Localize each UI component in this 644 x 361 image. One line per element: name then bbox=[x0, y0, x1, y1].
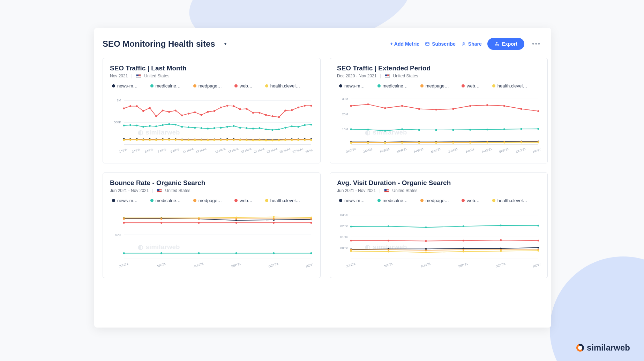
legend-item[interactable]: medpage… bbox=[420, 83, 449, 89]
legend-item[interactable]: medicalne… bbox=[377, 83, 408, 89]
svg-point-153 bbox=[181, 139, 183, 141]
svg-text:17 NOV.: 17 NOV. bbox=[227, 147, 239, 154]
legend-item[interactable]: news-m… bbox=[339, 83, 365, 89]
legend-item[interactable]: medicalne… bbox=[150, 198, 181, 203]
subscribe-label: Subscribe bbox=[432, 41, 456, 47]
add-metric-button[interactable]: + Add Metric bbox=[390, 41, 419, 47]
legend-item[interactable]: medpage… bbox=[420, 198, 449, 203]
svg-point-287 bbox=[310, 222, 312, 224]
legend-item[interactable]: medpage… bbox=[193, 83, 222, 89]
svg-point-318 bbox=[425, 240, 427, 242]
svg-text:13 NOV.: 13 NOV. bbox=[195, 147, 207, 154]
svg-text:JAN'21: JAN'21 bbox=[363, 147, 373, 154]
legend-label: web… bbox=[467, 83, 480, 89]
more-menu-icon[interactable]: ••• bbox=[530, 40, 543, 48]
svg-point-146 bbox=[136, 139, 138, 141]
svg-point-68 bbox=[214, 127, 215, 129]
svg-point-31 bbox=[168, 111, 170, 113]
svg-point-336 bbox=[425, 252, 427, 253]
svg-point-73 bbox=[246, 127, 247, 129]
legend-label: medpage… bbox=[426, 198, 449, 203]
legend-dot-icon bbox=[150, 84, 153, 87]
svg-text:9 NOV.: 9 NOV. bbox=[170, 147, 180, 154]
svg-point-327 bbox=[537, 247, 539, 248]
svg-point-282 bbox=[123, 222, 125, 224]
legend-item[interactable]: news-m… bbox=[339, 198, 365, 203]
charts-grid: SEO Traffic | Last Month Nov 2021 | Unit… bbox=[103, 58, 543, 278]
svg-point-71 bbox=[233, 125, 234, 127]
legend-item[interactable]: health.clevel… bbox=[492, 83, 527, 89]
svg-point-243 bbox=[367, 142, 369, 144]
dashboard-dropdown-icon[interactable]: ▾ bbox=[221, 39, 230, 48]
legend-item[interactable]: medicalne… bbox=[150, 83, 181, 89]
share-button[interactable]: Share bbox=[461, 41, 482, 47]
legend-item[interactable]: web… bbox=[234, 83, 253, 89]
svg-point-163 bbox=[246, 139, 247, 141]
legend-dot-icon bbox=[377, 199, 381, 202]
card-title: Bounce Rate - Organic Search bbox=[110, 179, 313, 187]
card-region: United States bbox=[392, 188, 418, 193]
legend-item[interactable]: medicalne… bbox=[377, 198, 408, 203]
legend-dot-icon bbox=[234, 84, 238, 87]
svg-point-69 bbox=[220, 127, 222, 129]
svg-point-196 bbox=[384, 107, 386, 109]
svg-point-59 bbox=[155, 125, 157, 127]
card-region: United States bbox=[144, 74, 170, 78]
card-chart: 00:5001:4002:3003:20◐ similarwebJUN'21JU… bbox=[337, 205, 540, 271]
legend-item[interactable]: web… bbox=[234, 198, 253, 203]
card-period: Dec 2020 - Nov 2021 bbox=[337, 74, 376, 78]
svg-point-162 bbox=[239, 139, 241, 141]
svg-point-160 bbox=[226, 139, 228, 141]
svg-point-43 bbox=[246, 108, 247, 110]
legend-item[interactable]: web… bbox=[462, 198, 480, 203]
svg-text:◐ similarweb: ◐ similarweb bbox=[138, 129, 180, 136]
svg-point-338 bbox=[500, 250, 502, 252]
legend-item[interactable]: health.clevel… bbox=[265, 198, 300, 203]
flag-us-icon bbox=[136, 74, 141, 78]
svg-point-244 bbox=[384, 142, 386, 144]
legend-dot-icon bbox=[339, 84, 342, 87]
svg-point-242 bbox=[350, 142, 352, 144]
svg-text:NOV'21: NOV'21 bbox=[532, 147, 540, 154]
export-button[interactable]: Export bbox=[487, 38, 524, 50]
legend-label: medpage… bbox=[199, 198, 222, 203]
svg-point-280 bbox=[273, 218, 275, 220]
legend-label: news-m… bbox=[344, 83, 365, 89]
svg-point-199 bbox=[435, 109, 437, 110]
svg-point-168 bbox=[278, 139, 280, 141]
svg-point-334 bbox=[350, 250, 352, 252]
legend-item[interactable]: health.clevel… bbox=[265, 83, 300, 89]
svg-point-208 bbox=[384, 130, 386, 132]
svg-point-161 bbox=[233, 139, 234, 141]
legend-label: web… bbox=[240, 198, 253, 203]
subscribe-button[interactable]: Subscribe bbox=[425, 41, 456, 47]
svg-point-313 bbox=[463, 225, 464, 227]
legend-label: medpage… bbox=[199, 83, 222, 89]
svg-point-63 bbox=[181, 126, 183, 128]
flag-us-icon bbox=[385, 74, 390, 78]
legend-item[interactable]: news-m… bbox=[112, 83, 138, 89]
svg-text:23 NOV.: 23 NOV. bbox=[266, 147, 278, 154]
legend-item[interactable]: health.clevel… bbox=[492, 198, 527, 203]
legend-dot-icon bbox=[193, 84, 196, 87]
svg-point-277 bbox=[160, 218, 162, 220]
legend-item[interactable]: web… bbox=[462, 83, 480, 89]
svg-text:MAY'21: MAY'21 bbox=[430, 147, 441, 154]
svg-point-79 bbox=[284, 127, 286, 129]
svg-point-253 bbox=[537, 141, 539, 143]
svg-point-209 bbox=[401, 128, 403, 130]
svg-point-217 bbox=[537, 128, 539, 130]
svg-text:01:40: 01:40 bbox=[340, 235, 349, 239]
legend-item[interactable]: news-m… bbox=[112, 198, 138, 203]
svg-point-60 bbox=[162, 124, 164, 126]
svg-text:1M: 1M bbox=[117, 99, 121, 102]
svg-point-206 bbox=[350, 128, 352, 130]
svg-point-155 bbox=[194, 139, 196, 141]
svg-point-200 bbox=[452, 108, 454, 110]
svg-point-278 bbox=[198, 218, 200, 220]
legend-item[interactable]: medpage… bbox=[193, 198, 222, 203]
legend-dot-icon bbox=[492, 84, 495, 87]
dashboard-header: SEO Monitoring Health sites ▾ + Add Metr… bbox=[103, 35, 543, 53]
svg-point-41 bbox=[233, 105, 234, 107]
svg-text:◐ similarweb: ◐ similarweb bbox=[138, 244, 180, 251]
